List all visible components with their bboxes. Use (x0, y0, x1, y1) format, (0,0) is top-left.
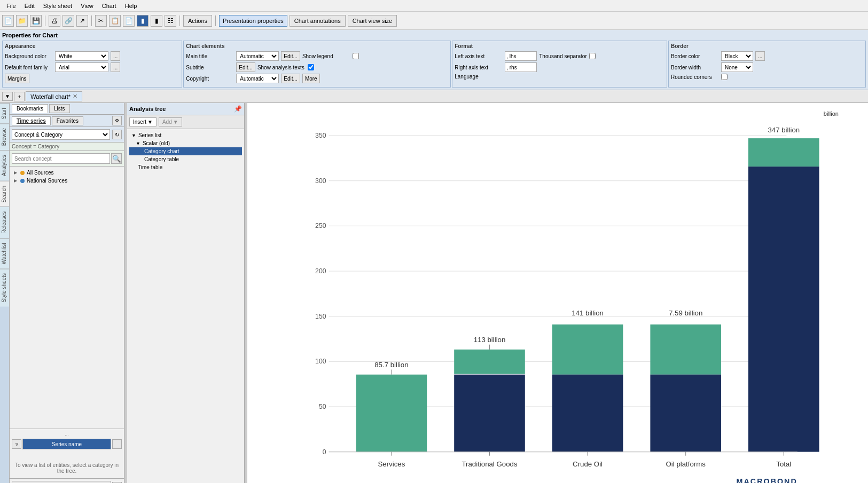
save-btn[interactable]: 💾 (30, 15, 42, 27)
chart-tab-waterfall[interactable]: Waterfall chart* ✕ (26, 91, 82, 101)
border-color-more-btn[interactable]: ... (755, 51, 765, 61)
copy-btn[interactable]: 📋 (109, 15, 121, 27)
menu-view[interactable]: View (76, 2, 98, 10)
thousand-sep-check[interactable] (589, 53, 596, 59)
concept-refresh-btn[interactable]: ↻ (112, 130, 122, 139)
export-btn[interactable]: ↗ (76, 15, 88, 27)
svg-text:347 billion: 347 billion (768, 126, 800, 134)
side-tab-releases[interactable]: Releases (0, 207, 9, 238)
font-family-select[interactable]: Arial (55, 62, 108, 72)
svg-text:141 billion: 141 billion (572, 309, 604, 317)
side-tab-watchlist[interactable]: Watchlist (0, 238, 9, 268)
analysis-title: Analysis tree (129, 106, 166, 112)
insert-btn[interactable]: Insert ▼ (129, 117, 157, 126)
copyright-label: Copyright (186, 76, 234, 82)
show-legend-check[interactable] (353, 53, 359, 59)
properties-panel: Properties for Chart Appearance Backgrou… (0, 30, 868, 90)
search-input[interactable] (12, 153, 110, 164)
at-scalar-old[interactable]: ▼ Scalar (old) (129, 139, 242, 147)
at-label-0: Series list (138, 132, 161, 138)
language-label: Language (455, 74, 503, 80)
more-btn[interactable]: More (302, 74, 320, 83)
bg-color-more-btn[interactable]: ... (111, 51, 120, 61)
new-btn[interactable]: 📄 (2, 15, 14, 27)
lists-tab[interactable]: Lists (49, 104, 70, 113)
main-title-select[interactable]: Automatic (236, 51, 279, 61)
at-series-list[interactable]: ▼ Series list (129, 131, 242, 139)
analysis-header: Analysis tree 📌 (127, 103, 244, 115)
bar-services (356, 375, 427, 452)
chart-unit-label: billion (824, 110, 839, 117)
menu-file[interactable]: File (2, 2, 20, 10)
filter-btn[interactable]: ▿ (12, 439, 21, 449)
border-width-select[interactable]: None (721, 62, 753, 72)
tree-item-all-sources[interactable]: ▶ All Sources (12, 169, 122, 177)
concept-label: Concept = Category (10, 142, 124, 151)
menu-help[interactable]: Help (121, 2, 142, 10)
paste-btn[interactable]: 📄 (123, 15, 135, 27)
tree-item-national-sources[interactable]: ▶ National Sources (12, 177, 122, 185)
add-series-btn[interactable]: Add selected time series (12, 481, 111, 483)
border-width-row: Border width None (671, 62, 863, 72)
side-tab-search[interactable]: Search (0, 181, 9, 207)
chart-tab-close-btn[interactable]: ✕ (73, 93, 77, 100)
series-right-btn[interactable] (112, 439, 122, 449)
add-btn[interactable]: Add ▼ (159, 117, 182, 126)
ellipsis-label: ... (12, 431, 122, 437)
bg-color-select[interactable]: White (55, 51, 108, 61)
properties-grid: Appearance Background color White ... De… (2, 41, 866, 88)
tab-dropdown-btn[interactable]: ▼ (2, 92, 13, 101)
menu-chart[interactable]: Chart (98, 2, 121, 10)
side-tab-start[interactable]: Start (0, 103, 9, 123)
show-analysis-check[interactable] (308, 64, 314, 70)
actions-button[interactable]: Actions (183, 15, 212, 27)
font-more-btn[interactable]: ... (111, 62, 120, 72)
middle-panel: Analysis tree 📌 Insert ▼ Add ▼ ▼ Series … (127, 103, 245, 483)
print-btn[interactable]: 🖨 (49, 15, 60, 27)
at-category-chart[interactable]: Category chart (129, 147, 242, 155)
tree-dot-orange (20, 171, 25, 175)
format-title: Format (455, 43, 664, 49)
show-analysis-label: Show analysis texts (257, 65, 306, 70)
bg-color-label: Background color (5, 53, 53, 59)
subtitle-edit-btn[interactable]: Edit... (236, 62, 255, 72)
grid-btn[interactable]: ☷ (165, 15, 176, 27)
search-btn[interactable]: 🔍 (111, 153, 122, 164)
series-name-btn[interactable]: Series name (22, 439, 111, 449)
favorites-tab[interactable]: Favorites (52, 116, 83, 125)
side-tab-analytics[interactable]: Analytics (0, 150, 9, 180)
copyright-select[interactable]: Automatic (236, 74, 279, 83)
border-color-select[interactable]: Black (721, 51, 753, 61)
language-row: Language (455, 74, 664, 80)
chart-annotations-button[interactable]: Chart annotations (290, 15, 346, 27)
presentation-properties-button[interactable]: Presentation properties (219, 15, 287, 27)
side-tab-browse[interactable]: Browse (0, 123, 9, 150)
bookmarks-tab[interactable]: Bookmarks (12, 104, 48, 113)
bar-btn[interactable]: ▮ (151, 15, 162, 27)
rounded-corners-row: Rounded corners (671, 74, 863, 80)
rounded-corners-check[interactable] (721, 74, 728, 80)
cut-btn[interactable]: ✂ (95, 15, 107, 27)
time-series-tab[interactable]: Time series (12, 116, 51, 125)
at-category-table[interactable]: Category table (129, 155, 242, 163)
refresh-btn[interactable]: ⚙ (112, 116, 122, 125)
left-axis-input[interactable] (505, 51, 537, 61)
open-btn[interactable]: 📁 (16, 15, 28, 27)
copyright-edit-btn[interactable]: Edit... (281, 74, 300, 83)
insert-arrow: ▼ (147, 119, 153, 125)
analysis-pin-btn[interactable]: 📌 (234, 105, 242, 113)
side-tab-stylesheets[interactable]: Style sheets (0, 268, 9, 306)
right-axis-input[interactable] (505, 62, 537, 72)
concept-select[interactable]: Concept & Category (12, 129, 110, 140)
menu-stylesheet[interactable]: Style sheet (39, 2, 76, 10)
chart-view-size-button[interactable]: Chart view size (348, 15, 397, 27)
menu-edit[interactable]: Edit (20, 2, 39, 10)
margins-button[interactable]: Margins (5, 74, 29, 83)
main-title-row: Main title Automatic Edit... Show legend (186, 51, 448, 61)
tab-add-btn[interactable]: + (14, 92, 25, 101)
chart-btn[interactable]: ▮ (137, 15, 148, 27)
share-btn[interactable]: 🔗 (62, 15, 74, 27)
toolbar: 📄 📁 💾 🖨 🔗 ↗ ✂ 📋 📄 ▮ ▮ ☷ Actions Presenta… (0, 12, 868, 30)
at-time-table[interactable]: Time table (129, 163, 242, 171)
main-title-edit-btn[interactable]: Edit... (281, 51, 300, 61)
